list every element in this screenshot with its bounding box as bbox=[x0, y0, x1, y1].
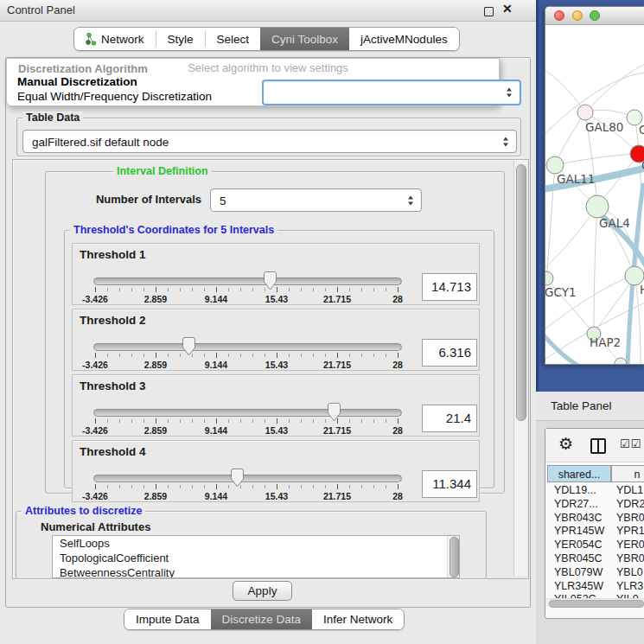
slider-tick bbox=[240, 288, 241, 291]
slider-thumb[interactable] bbox=[182, 336, 196, 357]
table-row[interactable]: YBL079WYBL0 bbox=[547, 566, 644, 580]
network-node[interactable] bbox=[545, 271, 553, 285]
slider-track[interactable] bbox=[93, 409, 402, 417]
scrollbar-thumb[interactable] bbox=[516, 164, 526, 421]
table-row[interactable]: YDR27...YDR2 bbox=[547, 498, 644, 512]
cyni-toolbox-panel: Discretization Algorithm Select algorith… bbox=[5, 57, 531, 608]
scrollbar-thumb[interactable] bbox=[450, 537, 459, 577]
list-item[interactable]: TopologicalCoefficient bbox=[53, 551, 459, 565]
slider-tick bbox=[265, 419, 265, 423]
numerical-attributes-list[interactable]: SelfLoopsTopologicalCoefficientBetweenne… bbox=[52, 535, 460, 578]
slider-tick bbox=[156, 484, 156, 489]
slider-tick bbox=[204, 354, 205, 357]
slider-thumb[interactable] bbox=[230, 468, 245, 488]
cell-name: YER0 bbox=[616, 539, 644, 551]
tab-select[interactable]: Select bbox=[206, 28, 261, 50]
network-canvas[interactable]: GAL80G.CGAL11GAL4GCY1HHAP2 bbox=[545, 25, 644, 364]
control-panel-title: Control Panel bbox=[7, 3, 75, 16]
tab-network[interactable]: Network bbox=[74, 28, 156, 50]
slider-track[interactable] bbox=[93, 475, 402, 482]
table-horizontal-scrollbar[interactable] bbox=[546, 598, 644, 607]
dropdown-option-equal-width[interactable]: Equal Width/Frequency Discretization bbox=[17, 90, 212, 103]
slider-tick bbox=[168, 288, 169, 291]
attributes-list-scrollbar[interactable] bbox=[447, 536, 459, 577]
number-of-intervals-spinner[interactable]: 5 bbox=[210, 188, 422, 212]
list-item[interactable]: BetweennessCentrality bbox=[53, 565, 459, 578]
table-data-combobox[interactable]: galFiltered.sif default node bbox=[22, 130, 517, 153]
apply-button[interactable]: Apply bbox=[233, 581, 292, 601]
list-item[interactable]: SelfLoops bbox=[53, 536, 459, 551]
tab-infer-network[interactable]: Infer Network bbox=[312, 609, 404, 629]
combo-arrows-icon bbox=[503, 137, 508, 146]
slider-tick bbox=[301, 485, 302, 488]
network-edge bbox=[555, 154, 639, 165]
slider-tick bbox=[313, 288, 314, 291]
attributes-group-title: Attributes to discretize bbox=[22, 505, 145, 517]
slider-tick bbox=[204, 485, 205, 488]
tab-jactivemnodules[interactable]: jActiveMNodules bbox=[349, 28, 459, 50]
slider-tick bbox=[156, 418, 156, 424]
slider-tick-label: 21.715 bbox=[311, 294, 363, 304]
settings-scrollbar[interactable] bbox=[513, 161, 527, 576]
algorithm-combobox[interactable] bbox=[262, 80, 521, 105]
dropdown-option-manual[interactable]: Manual Discretization bbox=[17, 75, 137, 88]
slider-tick bbox=[95, 287, 96, 292]
slider-thumb[interactable] bbox=[263, 271, 277, 291]
slider-tick-label: 28 bbox=[372, 491, 424, 501]
network-window-titlebar bbox=[545, 7, 644, 25]
checkbox-icons[interactable]: ☑☑ bbox=[620, 437, 641, 450]
gear-icon[interactable]: ⚙ bbox=[558, 434, 573, 454]
slider-tick bbox=[240, 419, 241, 423]
slider-track[interactable] bbox=[93, 343, 402, 351]
slider-tick bbox=[301, 419, 302, 423]
table-row[interactable]: YBR043CYBR0 bbox=[547, 512, 644, 526]
tab-style[interactable]: Style bbox=[156, 28, 205, 50]
slider-tick bbox=[361, 354, 362, 357]
slider-tick bbox=[398, 287, 399, 292]
scrollbar-thumb[interactable] bbox=[549, 600, 644, 608]
table-row[interactable]: YBR045CYBR0 bbox=[547, 552, 644, 566]
slider-tick-label: 28 bbox=[372, 425, 424, 436]
table-row[interactable]: YDL19...YDL1 bbox=[547, 484, 644, 498]
threshold-value-field[interactable]: 21.4 bbox=[422, 405, 477, 432]
slider-tick bbox=[349, 419, 350, 423]
slider-tick-label: 2.859 bbox=[130, 360, 182, 370]
slider-track[interactable] bbox=[93, 277, 402, 285]
network-node[interactable] bbox=[586, 195, 609, 218]
tab-cyni-toolbox[interactable]: Cyni Toolbox bbox=[260, 28, 349, 50]
close-traffic-light-icon[interactable] bbox=[554, 10, 564, 21]
threshold-value-field[interactable]: 11.344 bbox=[422, 470, 477, 498]
column-header[interactable]: shared... bbox=[547, 465, 611, 482]
tab-label: Cyni Toolbox bbox=[271, 33, 338, 46]
close-icon[interactable]: ✕ bbox=[502, 2, 513, 16]
slider-tick bbox=[386, 354, 386, 357]
slider-tick-label: 2.859 bbox=[130, 294, 182, 304]
table-panel-title: Table Panel bbox=[551, 399, 612, 412]
slider-tick bbox=[143, 485, 144, 488]
network-node[interactable] bbox=[546, 156, 564, 174]
slider-tick bbox=[107, 485, 108, 488]
table-row[interactable]: YER054CYER0 bbox=[547, 539, 644, 552]
tab-label: jActiveMNodules bbox=[360, 33, 448, 46]
float-window-icon[interactable] bbox=[484, 7, 494, 16]
column-header[interactable]: n bbox=[611, 465, 644, 482]
slider-tick-label: 15.43 bbox=[251, 294, 303, 304]
zoom-traffic-light-icon[interactable] bbox=[590, 10, 600, 21]
threshold-value-field[interactable]: 6.316 bbox=[422, 339, 477, 367]
slider-tick-label: 21.715 bbox=[311, 491, 363, 501]
network-node[interactable] bbox=[577, 105, 593, 120]
slider-thumb[interactable] bbox=[327, 402, 341, 423]
table-row[interactable]: YPR145WYPR1 bbox=[547, 525, 644, 539]
threshold-value-field[interactable]: 14.713 bbox=[422, 273, 477, 301]
threshold-label: Threshold 1 bbox=[80, 248, 146, 261]
tab-impute-data[interactable]: Impute Data bbox=[124, 609, 211, 629]
slider-tick bbox=[325, 419, 326, 423]
slider-tick-label: 15.43 bbox=[251, 491, 303, 501]
dropdown-prompt-option[interactable]: Select algorithm to view settings bbox=[6, 61, 530, 74]
slider-tick bbox=[192, 288, 193, 291]
minimize-traffic-light-icon[interactable] bbox=[572, 10, 583, 21]
table-row[interactable]: YLR345WYLR3 bbox=[547, 580, 644, 594]
columns-icon[interactable] bbox=[590, 438, 606, 454]
slider-tick bbox=[95, 484, 96, 489]
tab-discretize-data[interactable]: Discretize Data bbox=[211, 609, 313, 629]
